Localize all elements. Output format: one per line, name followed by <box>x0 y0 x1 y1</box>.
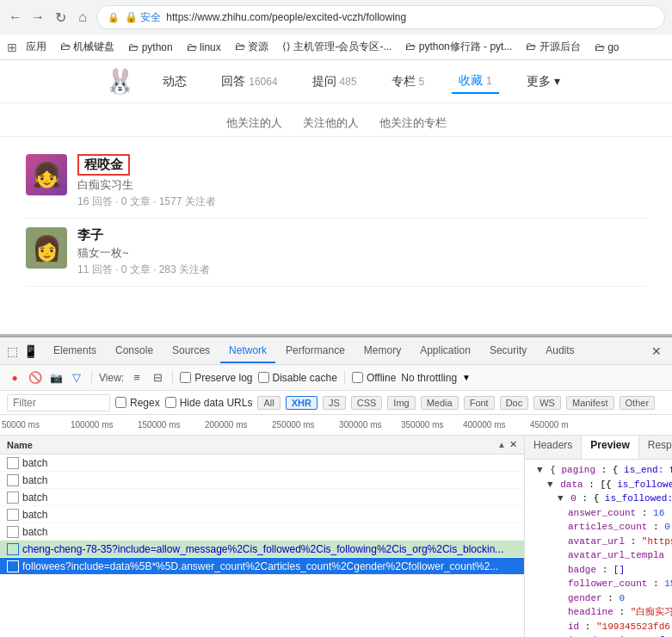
filter-all[interactable]: All <box>257 396 280 410</box>
network-row-3[interactable]: batch <box>0 506 524 523</box>
network-row-0[interactable]: batch <box>0 455 524 472</box>
home-button[interactable]: ⌂ <box>74 9 91 26</box>
throttling-select[interactable]: No throttling <box>401 372 457 384</box>
right-tab-headers[interactable]: Headers <box>525 436 582 459</box>
filter-css[interactable]: CSS <box>351 396 383 410</box>
filter-input[interactable] <box>7 394 110 411</box>
tab-elements[interactable]: Elements <box>45 339 105 363</box>
bookmark-apps[interactable]: 应用 <box>21 38 52 56</box>
right-tab-preview[interactable]: Preview <box>582 436 638 459</box>
tab-following[interactable]: 他关注的人 <box>216 110 293 136</box>
tab-network[interactable]: Network <box>220 339 275 363</box>
disable-cache-group[interactable]: Disable cache <box>258 372 337 384</box>
tree-view-button[interactable]: ⊟ <box>150 370 165 386</box>
filter-media[interactable]: Media <box>421 396 459 410</box>
bookmark-linux[interactable]: 🗁 linux <box>182 40 226 55</box>
tab-sources[interactable]: Sources <box>163 339 219 363</box>
bookmark-resource[interactable]: 🗁 资源 <box>230 38 274 56</box>
nav-dongtai[interactable]: 动态 <box>156 71 194 93</box>
filter-font[interactable]: Font <box>464 396 495 410</box>
avatar-1: 👧 <box>26 154 67 195</box>
offline-checkbox[interactable] <box>352 372 363 383</box>
json-line-2: 0 : { is_followed: fa ... <box>530 492 667 506</box>
tab-security[interactable]: Security <box>481 339 535 363</box>
filter-doc[interactable]: Doc <box>500 396 529 410</box>
json-triangle-2[interactable] <box>558 493 564 504</box>
filter-button[interactable]: ▽ <box>69 370 84 386</box>
nav-tiwen[interactable]: 提问 485 <box>305 71 364 93</box>
tab-columns[interactable]: 他关注的专栏 <box>369 110 457 136</box>
bookmark-label: 🗁 linux <box>187 41 221 53</box>
user-name-1[interactable]: 程咬金 <box>77 154 130 176</box>
right-tab-response[interactable]: Response <box>639 436 672 459</box>
json-triangle-1[interactable] <box>547 479 553 490</box>
user-bio-2: 猫女一枚~ <box>77 245 646 261</box>
timeline-label-4: 250000 ms <box>272 420 314 430</box>
tab-memory[interactable]: Memory <box>355 339 410 363</box>
filter-other[interactable]: Other <box>620 396 656 410</box>
network-row-4[interactable]: batch <box>0 523 524 541</box>
bookmark-opensource[interactable]: 🗁 开源后台 <box>521 38 585 56</box>
zhihu-header: 🐰 动态 回答 16064 提问 485 专栏 5 收藏 1 更多 ▾ <box>0 60 672 103</box>
network-row-1[interactable]: batch <box>0 472 524 489</box>
offline-group[interactable]: Offline <box>352 372 396 384</box>
list-view-button[interactable]: ≡ <box>129 370 145 386</box>
row-name-2: batch <box>22 492 517 504</box>
json-line-1: data : [{ is_followed: ... <box>530 478 667 492</box>
record-button[interactable]: ● <box>7 370 22 386</box>
tab-audits[interactable]: Audits <box>537 339 583 363</box>
row-name-5: cheng-cheng-78-35?include=allow_message%… <box>22 543 517 555</box>
network-row-5[interactable]: cheng-cheng-78-35?include=allow_message%… <box>0 541 524 558</box>
tab-console[interactable]: Console <box>107 339 162 363</box>
close-devtools-button[interactable]: ✕ <box>648 344 665 358</box>
user-name-2[interactable]: 李子 <box>77 227 103 244</box>
devtools-panel: ⬚ 📱 Elements Console Sources Network Per… <box>0 336 672 637</box>
preserve-log-checkbox[interactable] <box>180 372 191 383</box>
tab-performance[interactable]: Performance <box>277 339 354 363</box>
filter-img[interactable]: Img <box>387 396 415 410</box>
nav-shoucang[interactable]: 收藏 1 <box>452 70 499 94</box>
address-bar[interactable]: 🔒 🔒 安全 https://www.zhihu.com/people/exci… <box>96 5 665 29</box>
devtools-device-icon[interactable]: 📱 <box>23 344 38 358</box>
user-bio-1: 白痴实习生 <box>77 177 646 193</box>
user-name-row-1: 程咬金 <box>77 154 646 176</box>
disable-cache-checkbox[interactable] <box>258 372 269 383</box>
network-row-2[interactable]: batch <box>0 489 524 506</box>
filter-manifest[interactable]: Manifest <box>566 396 614 410</box>
bookmark-keyboard[interactable]: 🗁 机械键盘 <box>55 38 120 56</box>
back-button[interactable]: ← <box>7 9 24 26</box>
separator-2 <box>172 371 173 385</box>
row-checkbox-4 <box>7 526 19 538</box>
network-row-6[interactable]: followees?include=data%5B*%5D.answer_cou… <box>0 558 524 575</box>
network-right-panel: Headers Preview Response { paging : { is… <box>525 436 672 637</box>
regex-checkbox[interactable] <box>115 397 126 408</box>
network-body: Name ▲ ✕ batch batch batch <box>0 436 672 637</box>
hide-data-urls-group[interactable]: Hide data URLs <box>165 397 253 409</box>
close-column-icon[interactable]: ✕ <box>509 439 517 450</box>
tab-application[interactable]: Application <box>411 339 479 363</box>
filter-xhr[interactable]: XHR <box>286 396 318 410</box>
user-stats-2: 11 回答 · 0 文章 · 283 关注者 <box>77 263 646 277</box>
filter-js[interactable]: JS <box>323 396 346 410</box>
bookmark-python2[interactable]: 🗁 python修行路 - pyt... <box>400 38 517 56</box>
nav-more[interactable]: 更多 ▾ <box>520 71 567 93</box>
lock-icon: 🔒 <box>108 12 120 23</box>
nav-zhuanlan[interactable]: 专栏 5 <box>385 71 432 93</box>
network-list-panel: Name ▲ ✕ batch batch batch <box>0 436 525 637</box>
forward-button[interactable]: → <box>29 9 46 26</box>
camera-button[interactable]: 📷 <box>48 370 64 386</box>
devtools-inspect-icon[interactable]: ⬚ <box>7 344 18 358</box>
regex-group[interactable]: Regex <box>115 397 160 409</box>
hide-data-urls-checkbox[interactable] <box>165 397 176 408</box>
preserve-log-group[interactable]: Preserve log <box>180 372 252 384</box>
bookmarks-bar: ⊞ 应用 🗁 机械键盘 🗁 python 🗁 linux 🗁 资源 ⟨⟩ 主机管… <box>0 34 672 60</box>
tab-followers[interactable]: 关注他的人 <box>293 110 369 136</box>
nav-huida[interactable]: 回答 16064 <box>214 71 284 93</box>
bookmark-python[interactable]: 🗁 python <box>123 40 177 55</box>
bookmark-go[interactable]: 🗁 go <box>589 40 625 55</box>
refresh-button[interactable]: ↻ <box>52 9 69 26</box>
clear-button[interactable]: 🚫 <box>28 370 43 386</box>
bookmark-host[interactable]: ⟨⟩ 主机管理-会员专区-... <box>277 38 397 56</box>
filter-ws[interactable]: WS <box>533 396 561 410</box>
json-triangle-0[interactable] <box>537 465 543 475</box>
